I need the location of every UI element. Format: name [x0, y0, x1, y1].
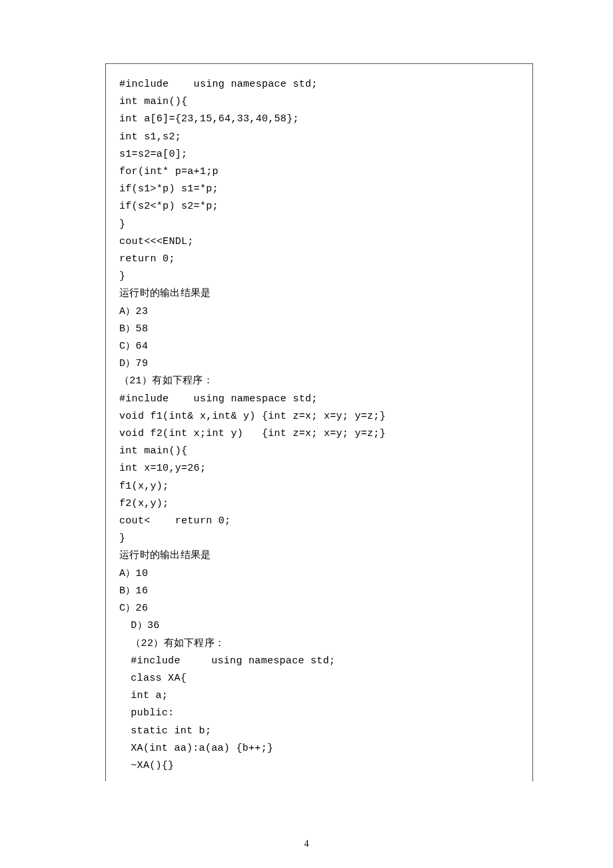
code-line: public: — [119, 705, 519, 722]
code-line: C）64 — [119, 338, 519, 355]
code-line: B）58 — [119, 321, 519, 338]
code-line: int x=10,y=26; — [119, 460, 519, 477]
code-line: void f1(int& x,int& y) {int z=x; x=y; y=… — [119, 408, 519, 425]
code-line: cout<<<ENDL; — [119, 233, 519, 251]
code-line: C）26 — [119, 600, 519, 617]
code-line: if(s2<*p) s2=*p; — [119, 198, 519, 215]
code-line: } — [119, 216, 519, 233]
code-line: return 0; — [119, 251, 519, 268]
code-line: s1=s2=a[0]; — [119, 146, 519, 163]
code-line: if(s1>*p) s1=*p; — [119, 181, 519, 198]
document-page: #include using namespace std;int main(){… — [0, 0, 613, 868]
code-line: A）10 — [119, 565, 519, 583]
code-line: } — [119, 268, 519, 285]
code-line: 运行时的输出结果是 — [119, 285, 519, 303]
code-line: static int b; — [119, 723, 519, 740]
code-line: f2(x,y); — [119, 495, 519, 513]
content-box: #include using namespace std;int main(){… — [105, 63, 533, 781]
code-line: XA(int aa):a(aa) {b++;} — [119, 740, 519, 757]
code-line: } — [119, 530, 519, 547]
code-line: void f2(int x;int y) {int z=x; x=y; y=z;… — [119, 425, 519, 443]
code-line: B）16 — [119, 583, 519, 600]
code-line: class XA{ — [119, 670, 519, 687]
code-line: #include using namespace std; — [119, 391, 519, 408]
code-line: D）36 — [119, 617, 519, 635]
code-line: cout< return 0; — [119, 513, 519, 530]
code-line: （22）有如下程序： — [119, 635, 519, 653]
code-line: int main(){ — [119, 443, 519, 460]
code-line: D）79 — [119, 355, 519, 373]
code-line: （21）有如下程序： — [119, 373, 519, 390]
code-line: #include using namespace std; — [119, 653, 519, 670]
code-line: f1(x,y); — [119, 478, 519, 495]
code-line: A）23 — [119, 303, 519, 321]
code-line: int main(){ — [119, 93, 519, 111]
code-line: 运行时的输出结果是 — [119, 547, 519, 565]
code-line: #include using namespace std; — [119, 76, 519, 93]
page-number: 4 — [0, 839, 613, 849]
code-line: ~XA(){} — [119, 757, 519, 775]
code-line: int a[6]={23,15,64,33,40,58}; — [119, 111, 519, 128]
code-line: int a; — [119, 687, 519, 705]
code-line: for(int* p=a+1;p — [119, 163, 519, 181]
code-line: int s1,s2; — [119, 129, 519, 146]
